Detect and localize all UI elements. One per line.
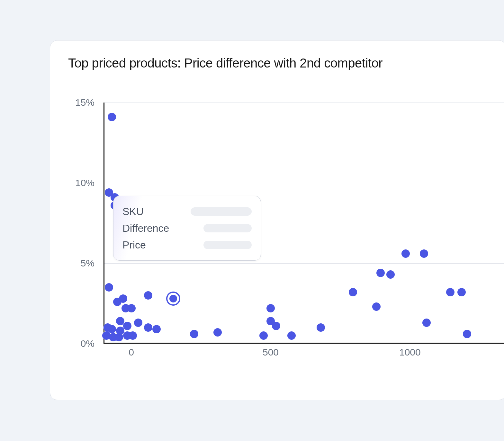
data-point[interactable] <box>266 304 275 312</box>
gridline <box>104 103 504 103</box>
data-point[interactable] <box>108 325 116 333</box>
data-point[interactable] <box>127 304 136 312</box>
tooltip-value-placeholder <box>191 207 252 216</box>
y-tick-label: 10% <box>75 177 99 188</box>
data-point[interactable] <box>152 325 161 333</box>
data-point[interactable] <box>349 288 357 296</box>
data-point[interactable] <box>129 331 137 340</box>
data-point[interactable] <box>372 302 381 311</box>
tooltip-label: SKU <box>122 206 144 218</box>
data-point[interactable] <box>134 319 142 327</box>
gridline <box>104 263 504 264</box>
data-point[interactable] <box>401 249 410 258</box>
data-point-highlighted[interactable] <box>166 292 180 306</box>
chart-card: Top priced products: Price difference wi… <box>50 40 504 400</box>
data-point[interactable] <box>376 269 385 277</box>
tooltip-row-difference: Difference <box>122 220 252 237</box>
y-axis <box>104 103 104 344</box>
data-point[interactable] <box>213 328 222 337</box>
data-point[interactable] <box>108 113 116 121</box>
tooltip-label: Price <box>122 239 146 251</box>
y-tick-label: 0% <box>81 338 99 349</box>
tooltip-value-placeholder <box>203 241 252 249</box>
chart-title: Top priced products: Price difference wi… <box>68 56 504 70</box>
tooltip-label: Difference <box>122 222 169 234</box>
x-tick-label: 500 <box>263 344 279 358</box>
x-axis <box>104 343 504 344</box>
chart-tooltip: SKU Difference Price <box>113 196 261 261</box>
tooltip-row-sku: SKU <box>122 203 252 220</box>
data-point[interactable] <box>123 322 131 330</box>
data-point[interactable] <box>463 330 471 338</box>
tooltip-value-placeholder <box>203 224 252 232</box>
x-tick-label: 1000 <box>399 344 421 358</box>
data-point[interactable] <box>190 330 198 338</box>
data-point[interactable] <box>272 322 280 330</box>
data-point[interactable] <box>119 294 127 303</box>
data-point[interactable] <box>457 288 466 296</box>
data-point[interactable] <box>422 319 431 327</box>
y-tick-label: 15% <box>75 97 99 108</box>
data-point[interactable] <box>420 249 428 258</box>
data-point[interactable] <box>317 323 325 332</box>
data-point[interactable] <box>105 283 113 292</box>
data-point[interactable] <box>446 288 455 296</box>
data-point[interactable] <box>144 323 152 332</box>
data-point[interactable] <box>287 331 296 340</box>
tooltip-row-price: Price <box>122 237 252 253</box>
y-tick-label: 5% <box>81 258 99 269</box>
data-point[interactable] <box>386 270 395 279</box>
data-point[interactable] <box>259 331 268 340</box>
gridline <box>104 183 504 183</box>
data-point[interactable] <box>144 291 152 300</box>
x-tick-label: 0 <box>129 344 134 358</box>
